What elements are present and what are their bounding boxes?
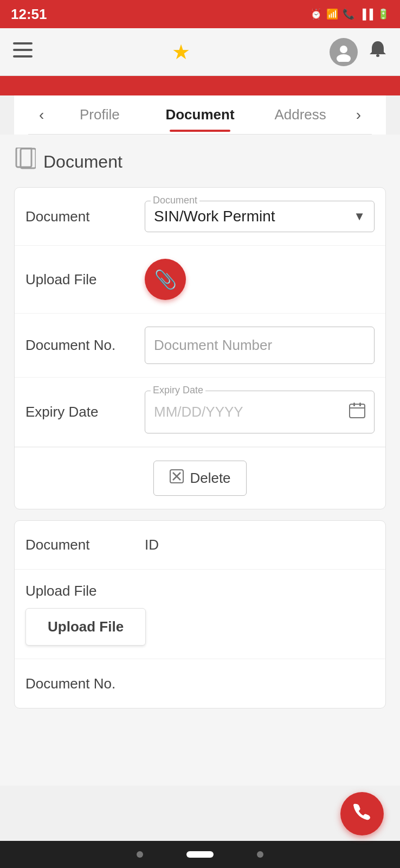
tab-next-arrow[interactable]: ›: [351, 106, 366, 124]
tab-profile[interactable]: Profile: [49, 98, 150, 132]
document-2-no-label: Document No.: [25, 675, 145, 692]
upload-file-2-label: Upload File: [25, 583, 145, 599]
svg-rect-5: [376, 54, 379, 57]
document-label: Document: [25, 208, 145, 225]
nav-right-icons: [330, 38, 387, 66]
bottom-nav-home[interactable]: [186, 851, 214, 858]
wifi-icon: 📶: [326, 8, 338, 20]
document-dropdown-wrapper: Document SIN/Work Permint ▼: [145, 201, 375, 232]
upload-file-content: 📎: [145, 259, 375, 300]
battery-icon: 🔋: [377, 8, 389, 20]
tab-container: ‹ Profile Document Address ›: [14, 95, 386, 135]
document-dropdown[interactable]: Document SIN/Work Permint ▼: [145, 201, 375, 232]
svg-rect-10: [353, 403, 355, 406]
paperclip-icon: 📎: [154, 269, 177, 290]
expiry-date-field[interactable]: Expiry Date MM/DD/YYYY: [145, 391, 375, 433]
svg-point-3: [340, 46, 347, 53]
alarm-icon: ⏰: [310, 8, 322, 20]
svg-rect-0: [13, 42, 33, 44]
dropdown-arrow-icon: ▼: [353, 209, 365, 224]
section-header: Document: [14, 148, 386, 176]
svg-rect-11: [359, 403, 361, 406]
expiry-date-field-label: Expiry Date: [151, 385, 205, 396]
svg-rect-1: [13, 49, 33, 51]
upload-file-2-button[interactable]: Upload File: [25, 608, 146, 646]
upload-file-row: Upload File 📎: [15, 246, 385, 314]
tab-bar: ‹ Profile Document Address ›: [28, 95, 372, 135]
svg-rect-2: [13, 55, 33, 58]
tab-prev-arrow[interactable]: ‹: [34, 106, 49, 124]
delete-row: Delete: [15, 447, 385, 509]
document-2-value: ID: [145, 537, 159, 553]
delete-button[interactable]: Delete: [153, 461, 246, 496]
call-icon: 📞: [343, 8, 354, 20]
svg-rect-7: [21, 149, 36, 168]
section-title: Document: [43, 152, 122, 172]
upload-file-label: Upload File: [25, 271, 145, 288]
tab-document[interactable]: Document: [150, 98, 250, 132]
calendar-icon: [349, 402, 365, 422]
document-no-input[interactable]: [145, 327, 375, 364]
svg-rect-6: [16, 148, 31, 167]
expiry-date-label: Expiry Date: [25, 404, 145, 420]
bottom-navigation-bar: [0, 841, 400, 868]
phone-icon: [352, 801, 372, 826]
signal-icon: ▐▐: [359, 9, 373, 20]
document-no-label: Document No.: [25, 337, 145, 354]
document-2-no-row: Document No.: [15, 659, 385, 708]
document-card-1: Document Document SIN/Work Permint ▼ Upl…: [14, 187, 386, 509]
delete-icon: [169, 469, 184, 488]
document-field-label: Document: [151, 195, 199, 206]
document-card-2: Document ID Upload File Upload File Docu…: [14, 520, 386, 709]
expiry-date-value: MM/DD/YYYY: [154, 404, 243, 420]
expiry-date-row: Expiry Date Expiry Date MM/DD/YYYY: [15, 378, 385, 447]
upload-file-2-content: Upload File: [25, 608, 146, 646]
document-type-row: Document Document SIN/Work Permint ▼: [15, 188, 385, 246]
expiry-date-content: Expiry Date MM/DD/YYYY: [145, 391, 375, 433]
bottom-nav-back[interactable]: [137, 851, 143, 858]
status-bar: 12:51 ⏰ 📶 📞 ▐▐ 🔋: [0, 0, 400, 28]
nav-bar: ★: [0, 28, 400, 76]
avatar[interactable]: [330, 38, 358, 66]
dropdown-value: SIN/Work Permint ▼: [154, 208, 365, 225]
document-section-icon: [14, 148, 36, 176]
bell-icon[interactable]: [369, 40, 387, 64]
status-time: 12:51: [11, 6, 47, 23]
bottom-nav-recent[interactable]: [257, 851, 263, 858]
red-strip: [0, 76, 400, 95]
upload-file-2-row: Upload File Upload File: [15, 570, 385, 659]
content-area: Document Document Document SIN/Work Perm…: [0, 135, 400, 786]
document-2-label: Document: [25, 537, 145, 553]
svg-rect-8: [350, 404, 365, 418]
star-icon[interactable]: ★: [172, 40, 190, 64]
document-no-row: Document No.: [15, 314, 385, 378]
fab-call-button[interactable]: [340, 792, 384, 835]
document-2-type-row: Document ID: [15, 521, 385, 570]
document-no-content: [145, 327, 375, 364]
status-icons: ⏰ 📶 📞 ▐▐ 🔋: [310, 8, 389, 20]
upload-file-button[interactable]: 📎: [145, 259, 186, 300]
menu-icon[interactable]: [13, 42, 33, 61]
svg-point-4: [337, 54, 351, 62]
tab-address[interactable]: Address: [250, 98, 351, 132]
